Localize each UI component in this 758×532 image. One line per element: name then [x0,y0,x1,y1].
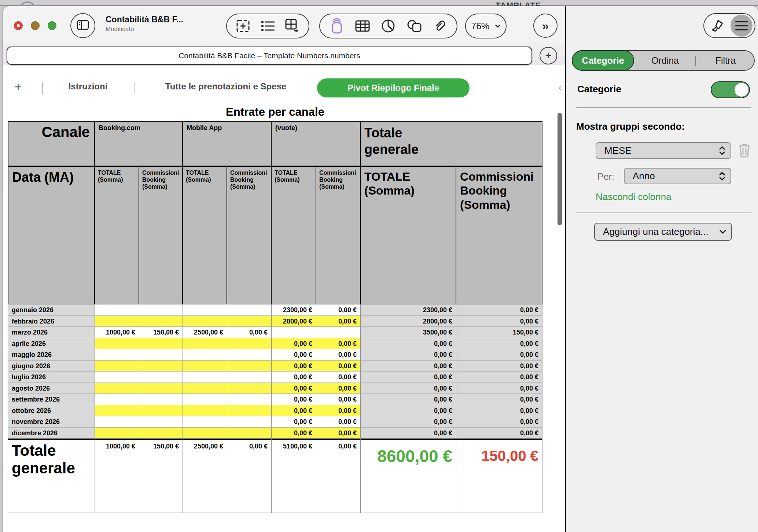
column-group-header[interactable]: Mobile App [183,121,272,167]
zoom-control[interactable]: 76% [465,14,507,38]
table-cell[interactable] [183,361,227,372]
table-cell[interactable]: 0,00 € [361,383,456,394]
table-icon[interactable] [354,17,371,35]
table-cell[interactable]: 0,00 € [272,349,316,361]
row-label[interactable]: febbraio 2026 [8,316,95,327]
table-cell[interactable] [227,428,272,439]
table-cell[interactable]: 0,00 € [316,338,361,350]
attachment-icon[interactable] [431,17,449,35]
row-label[interactable]: luglio 2026 [8,372,95,383]
tab-categorie[interactable]: Categorie [572,50,634,71]
table-cell[interactable] [95,416,139,428]
zoom-window-button[interactable] [48,21,56,30]
row-label[interactable]: settembre 2026 [8,394,95,405]
table-cell[interactable] [95,316,139,327]
table-cell[interactable] [227,316,272,327]
row-field-header[interactable]: Data (MA) [8,167,95,304]
toggle-sidebar-button[interactable] [70,13,95,38]
table-cell[interactable] [227,416,272,428]
table-cell[interactable]: 0,00 € [456,349,542,361]
table-cell[interactable]: 0,00 € [456,361,542,372]
table-cell[interactable]: 0,00 € [316,428,361,439]
more-toolbar-button[interactable]: » [533,14,558,38]
document-tab[interactable]: Contabilità B&B Facile – Template Number… [7,47,532,65]
table-cell[interactable]: 0,00 € [361,372,456,383]
grand-total-group-header[interactable]: Totalegenerale [361,121,542,167]
table-cell[interactable]: 150,00 € [139,327,183,338]
table-cell[interactable]: 0,00 € [272,361,316,372]
grand-total-row-label[interactable]: Totalegenerale [8,439,95,513]
table-cell[interactable]: 0,00 € [456,304,542,316]
table-cell[interactable] [183,372,227,383]
pivot-table-icon[interactable] [284,17,301,35]
footer-cell[interactable]: 1000,00 € [95,439,139,513]
table-cell[interactable] [139,428,183,439]
table-cell[interactable]: 0,00 € [316,316,361,327]
subcolumn-header[interactable]: TOTALE(Somma) [95,167,139,304]
group-by-select[interactable]: MESE [596,142,731,159]
table-cell[interactable]: 1000,00 € [95,327,139,338]
table-cell[interactable]: 0,00 € [361,405,456,417]
table-cell[interactable]: 2300,00 € [272,304,316,316]
table-cell[interactable]: 0,00 € [456,394,542,405]
footer-cell[interactable]: 0,00 € [316,439,361,513]
table-cell[interactable]: 0,00 € [456,383,542,394]
footer-cell[interactable]: 0,00 € [227,439,272,513]
table-cell[interactable]: 0,00 € [272,405,316,417]
table-cell[interactable] [139,338,183,350]
table-cell[interactable] [95,394,139,405]
shapes-icon[interactable] [405,17,423,35]
sheet-tab-prenotazioni[interactable]: Tutte le prenotazioni e Spese [156,81,296,92]
sheet-tab-istruzioni[interactable]: Istruzioni [51,81,125,92]
table-cell[interactable] [139,405,183,417]
table-cell[interactable]: 0,00 € [456,316,542,327]
table-cell[interactable] [139,349,183,361]
table-cell[interactable]: 0,00 € [316,372,361,383]
table-cell[interactable]: 0,00 € [272,383,316,394]
table-cell[interactable]: 0,00 € [456,416,542,428]
table-cell[interactable] [227,383,272,394]
table-cell[interactable]: 0,00 € [361,338,456,350]
table-cell[interactable]: 0,00 € [361,349,456,361]
table-cell[interactable]: 0,00 € [272,394,316,405]
minimize-button[interactable] [31,21,40,30]
grand-total-sum[interactable]: 8600,00 € [361,439,456,513]
categories-toggle[interactable] [711,81,750,98]
table-cell[interactable] [183,338,227,350]
table-cell[interactable]: 0,00 € [272,372,316,383]
table-cell[interactable] [227,304,272,316]
table-cell[interactable] [95,361,139,372]
table-cell[interactable] [95,349,139,361]
subcolumn-header[interactable]: TOTALE(Somma) [272,167,316,304]
subcolumn-header[interactable]: TOTALE(Somma) [183,167,227,304]
table-cell[interactable] [227,349,272,361]
table-cell[interactable] [95,405,139,417]
add-sheet-button[interactable]: + [15,80,22,94]
table-cell[interactable]: 0,00 € [227,327,272,338]
table-cell[interactable]: 0,00 € [316,405,361,417]
row-label[interactable]: agosto 2026 [8,383,95,394]
table-cell[interactable] [139,394,183,405]
table-cell[interactable] [95,304,139,316]
row-label[interactable]: gennaio 2026 [8,304,95,316]
table-cell[interactable] [183,416,227,428]
table-cell[interactable]: 0,00 € [456,372,542,383]
grand-total-column-header[interactable]: TOTALE (Somma) [361,167,456,304]
subcolumn-header[interactable]: CommissioniBooking(Somma) [316,167,361,304]
style-brush-button[interactable] [704,18,731,33]
tab-filtra[interactable]: Filtra [706,55,745,66]
subcolumn-header[interactable]: CommissioniBooking(Somma) [139,167,183,304]
list-view-icon[interactable] [259,17,277,35]
table-cell[interactable] [227,338,272,350]
table-cell[interactable] [272,327,316,338]
table-cell[interactable]: 0,00 € [316,304,361,316]
corner-header-canale[interactable]: Canale [8,121,95,167]
row-label[interactable]: dicembre 2026 [8,428,95,439]
table-cell[interactable] [227,405,272,417]
row-label[interactable]: novembre 2026 [8,416,95,428]
table-cell[interactable]: 0,00 € [272,416,316,428]
sheet-tab-pivot-active[interactable]: Pivot Riepilogo Finale [317,78,470,97]
grand-total-commissions[interactable]: 150,00 € [456,439,542,513]
table-cell[interactable]: 2500,00 € [183,327,227,338]
per-select[interactable]: Anno [624,168,731,184]
